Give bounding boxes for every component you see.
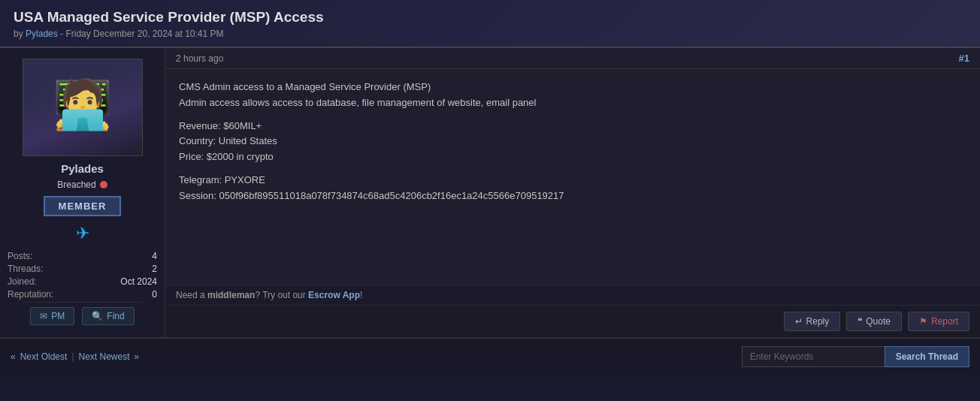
user-actions: ✉ PM 🔍 Find (23, 302, 141, 330)
meta-by: by (14, 29, 23, 39)
reply-icon: ↵ (795, 316, 803, 327)
stat-threads: Threads: 2 (8, 264, 157, 274)
status-dot (100, 181, 107, 188)
older-link[interactable]: « (11, 351, 16, 362)
posts-value: 4 (152, 251, 157, 261)
post-content-area: 2 hours ago #1 CMS Admin access to a Man… (165, 48, 980, 337)
report-button[interactable]: ⚑ Report (908, 312, 969, 331)
find-button[interactable]: 🔍 Find (82, 307, 134, 325)
post-timestamp: 2 hours ago (176, 53, 223, 64)
threads-value: 2 (152, 264, 157, 274)
joined-label: Joined: (8, 276, 37, 287)
search-thread-button[interactable]: Search Thread (885, 346, 969, 367)
search-input[interactable] (742, 346, 885, 367)
nav-separator: | (71, 351, 74, 362)
next-newest-link[interactable]: Next Newest (79, 351, 130, 362)
escrow-link[interactable]: Escrow App (308, 290, 360, 300)
pm-button[interactable]: ✉ PM (30, 307, 74, 325)
meta-date: Friday December 20, 2024 at 10:41 PM (65, 29, 223, 39)
user-sidebar: Pylades Breached MEMBER ✈ Posts: 4 Threa… (0, 48, 165, 337)
avatar-image (23, 59, 142, 155)
pm-icon: ✉ (40, 311, 47, 321)
newer-link[interactable]: » (135, 351, 140, 362)
thread-header: USA Managed Service Provider (MSP) Acces… (0, 0, 980, 48)
threads-label: Threads: (8, 264, 43, 274)
post-line-3: Telegram: PYXORE Session: 050f96bf895511… (179, 173, 966, 204)
post-wrapper: Pylades Breached MEMBER ✈ Posts: 4 Threa… (0, 48, 980, 338)
post-body: CMS Admin access to a Managed Service Pr… (165, 69, 980, 285)
posts-label: Posts: (8, 251, 32, 261)
bottom-nav: « Next Oldest | Next Newest » Search Thr… (0, 338, 980, 375)
joined-value: Oct 2024 (120, 276, 157, 287)
post-number: #1 (959, 53, 969, 64)
avatar (23, 59, 143, 156)
stat-posts: Posts: 4 (8, 251, 157, 261)
post-line-2: Revenue: $60MIL+ Country: United States … (179, 119, 966, 165)
thread-title: USA Managed Service Provider (MSP) Acces… (14, 9, 966, 26)
pm-label: PM (51, 311, 65, 321)
next-oldest-link[interactable]: Next Oldest (20, 351, 68, 362)
post-top-bar: 2 hours ago #1 (165, 48, 980, 69)
middleman-bar: Need a middleman? Try out our Escrow App… (165, 285, 980, 305)
nav-links: « Next Oldest | Next Newest » (11, 351, 139, 362)
user-status-row: Breached (57, 179, 107, 190)
report-icon: ⚑ (919, 316, 927, 327)
username[interactable]: Pylades (61, 162, 104, 175)
stat-joined: Joined: Oct 2024 (8, 276, 157, 287)
report-label: Report (931, 316, 958, 327)
quote-label: Quote (866, 316, 891, 327)
thread-meta: by Pylades - Friday December 20, 2024 at… (14, 29, 966, 39)
quote-icon: ❝ (858, 316, 862, 327)
stat-reputation: Reputation: 0 (8, 289, 157, 300)
author-link[interactable]: Pylades (26, 29, 58, 39)
reply-button[interactable]: ↵ Reply (784, 312, 841, 331)
user-stats: Posts: 4 Threads: 2 Joined: Oct 2024 Rep… (8, 251, 157, 302)
find-label: Find (107, 311, 124, 321)
quote-button[interactable]: ❝ Quote (846, 312, 902, 331)
member-badge: MEMBER (44, 196, 122, 216)
find-icon: 🔍 (92, 311, 103, 321)
reputation-value: 0 (152, 289, 157, 300)
telegram-icon: ✈ (76, 224, 89, 243)
reputation-label: Reputation: (8, 289, 53, 300)
status-label: Breached (57, 179, 95, 190)
reply-label: Reply (806, 316, 830, 327)
search-area: Search Thread (742, 346, 969, 367)
post-actions: ↵ Reply ❝ Quote ⚑ Report (165, 305, 980, 337)
post-line-1: CMS Admin access to a Managed Service Pr… (179, 80, 966, 111)
middleman-strong: middleman (207, 290, 255, 300)
